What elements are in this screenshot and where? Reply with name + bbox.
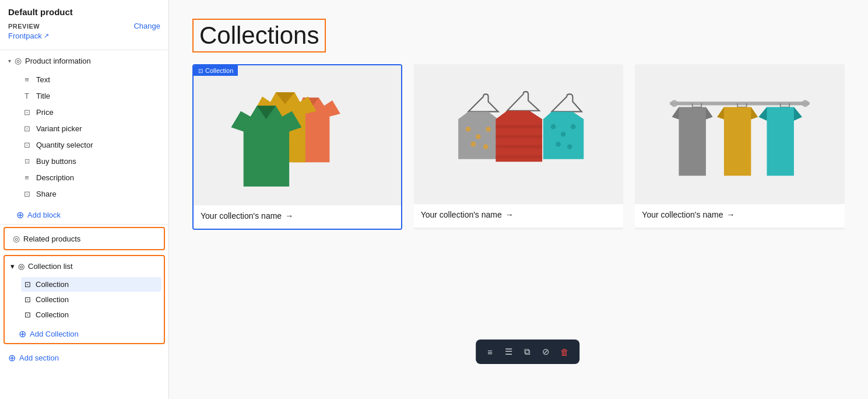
main-content: Collections ⊡ Collection: [169, 0, 868, 399]
svg-point-2: [486, 127, 491, 132]
external-link-icon: ↗: [44, 32, 49, 40]
chevron-down-icon-collection: ▾: [10, 262, 15, 271]
product-information-items: ≡ Text T Title ⊡ Price ⊡ Variant picker …: [0, 72, 168, 206]
sidebar-item-quantity-label: Quantity selector: [36, 141, 93, 149]
collection-1-icon: ⊡: [24, 280, 31, 289]
card-1-image: [194, 65, 401, 205]
card-2-name: Your collection's name: [421, 210, 502, 219]
toolbar-align-center-button[interactable]: ☰: [500, 343, 518, 360]
preview-row: PREVIEW Change: [8, 22, 160, 30]
card-2-image: [414, 64, 624, 204]
sidebar-item-quantity-selector[interactable]: ⊡ Quantity selector: [19, 137, 166, 153]
collection-sub-items: ⊡ Collection ⊡ Collection ⊡ Collection: [5, 277, 164, 325]
card-3-svg: [670, 76, 810, 192]
sidebar-item-title-label: Title: [36, 92, 50, 100]
sidebar-item-description-label: Description: [36, 173, 74, 182]
chevron-down-icon: ▾: [8, 58, 11, 64]
sidebar-item-price[interactable]: ⊡ Price: [19, 104, 166, 120]
collections-title-container: Collections: [192, 19, 326, 52]
collection-card-2[interactable]: Your collection's name →: [414, 64, 624, 230]
sidebar-item-variant-picker[interactable]: ⊡ Variant picker: [19, 121, 166, 136]
hide-icon: ⊘: [542, 346, 550, 357]
delete-icon: 🗑: [560, 347, 569, 357]
align-center-icon: ☰: [505, 346, 512, 357]
collection-1-label: Collection: [36, 280, 69, 289]
preview-label: PREVIEW: [8, 23, 40, 30]
sidebar-item-buy-buttons[interactable]: ⊡ Buy buttons: [19, 153, 166, 169]
product-information-header[interactable]: ▾ ◎ Product information: [0, 50, 168, 71]
toolbar-hide-button[interactable]: ⊘: [537, 343, 555, 360]
collection-badge: ⊡ Collection: [194, 65, 238, 76]
svg-point-13: [567, 144, 572, 149]
collection-card-3[interactable]: Your collection's name →: [635, 64, 845, 230]
product-info-icon: ◎: [15, 56, 22, 65]
related-products-icon: ◎: [13, 234, 20, 243]
card-3-image: [635, 64, 845, 204]
collection-3-label: Collection: [36, 310, 69, 319]
related-products-label: Related products: [23, 235, 80, 243]
sidebar-item-share-label: Share: [36, 190, 57, 198]
sidebar-item-price-label: Price: [36, 108, 54, 117]
floating-toolbar: ≡ ☰ ⧉ ⊘ 🗑: [476, 340, 579, 364]
toolbar-align-left-button[interactable]: ≡: [482, 343, 499, 360]
sidebar-item-text-label: Text: [36, 75, 50, 84]
plus-icon-collection: ⊕: [19, 328, 26, 340]
add-block-label: Add block: [27, 211, 61, 219]
duplicate-icon: ⧉: [524, 346, 530, 357]
svg-point-1: [476, 134, 482, 139]
collection-sub-item-1[interactable]: ⊡ Collection: [21, 277, 161, 292]
sidebar-item-title[interactable]: T Title: [19, 88, 166, 104]
badge-label: Collection: [205, 67, 233, 74]
toolbar-duplicate-button[interactable]: ⧉: [519, 343, 536, 360]
price-icon: ⊡: [22, 108, 31, 117]
collection-3-icon: ⊡: [24, 310, 31, 319]
toolbar-delete-button[interactable]: 🗑: [556, 343, 574, 360]
add-section-label: Add section: [19, 354, 59, 362]
plus-icon: ⊕: [16, 209, 24, 220]
product-information-label: Product information: [25, 57, 91, 65]
related-products-header[interactable]: ◎ Related products: [5, 228, 164, 249]
collection-list-section: ▾ ◎ Collection list ⊡ Collection ⊡ Colle…: [3, 255, 165, 344]
collection-list-label: Collection list: [28, 262, 73, 271]
add-collection-button[interactable]: ⊕ Add Collection: [5, 325, 164, 343]
svg-point-11: [571, 124, 576, 130]
sidebar-item-text[interactable]: ≡ Text: [19, 72, 166, 88]
collections-title: Collections: [199, 22, 319, 49]
page-title: Default product: [8, 7, 160, 17]
description-icon: ≡: [22, 173, 31, 182]
sidebar-item-buy-buttons-label: Buy buttons: [36, 157, 76, 166]
sidebar-item-share[interactable]: ⊡ Share: [19, 186, 166, 202]
card-1-svg: [227, 77, 367, 194]
card-1-arrow: →: [285, 211, 293, 220]
collection-sub-item-3[interactable]: ⊡ Collection: [21, 307, 161, 322]
badge-icon: ⊡: [198, 68, 203, 74]
quantity-selector-icon: ⊡: [22, 141, 31, 149]
collections-grid: ⊡ Collection: [192, 64, 845, 230]
frontpack-link[interactable]: Frontpack ↗: [8, 32, 160, 40]
collection-2-label: Collection: [36, 295, 69, 304]
collection-card-1[interactable]: ⊡ Collection: [192, 64, 402, 230]
svg-point-12: [556, 142, 561, 147]
frontpack-label: Frontpack: [8, 32, 42, 40]
product-information-section: ▾ ◎ Product information ≡ Text T Title ⊡…: [0, 50, 168, 225]
collection-list-header[interactable]: ▾ ◎ Collection list: [5, 256, 164, 276]
add-section-button[interactable]: ⊕ Add section: [0, 346, 168, 369]
card-2-arrow: →: [505, 210, 514, 219]
card-3-name: Your collection's name: [642, 210, 723, 219]
related-products-section: ◎ Related products: [3, 227, 165, 250]
buy-buttons-icon: ⊡: [22, 158, 31, 165]
svg-point-10: [561, 132, 566, 137]
svg-rect-14: [670, 102, 810, 105]
svg-point-9: [551, 124, 556, 130]
sidebar-item-variant-label: Variant picker: [36, 124, 82, 133]
share-icon: ⊡: [22, 190, 31, 198]
card-3-arrow: →: [726, 210, 735, 219]
card-3-footer: Your collection's name →: [635, 204, 845, 228]
sidebar-item-description[interactable]: ≡ Description: [19, 170, 166, 186]
add-block-button[interactable]: ⊕ Add block: [0, 206, 168, 224]
svg-point-4: [483, 144, 489, 149]
change-link[interactable]: Change: [133, 22, 160, 30]
sidebar-header: Default product PREVIEW Change Frontpack…: [0, 0, 168, 50]
collection-sub-item-2[interactable]: ⊡ Collection: [21, 292, 161, 307]
sidebar: Default product PREVIEW Change Frontpack…: [0, 0, 169, 399]
